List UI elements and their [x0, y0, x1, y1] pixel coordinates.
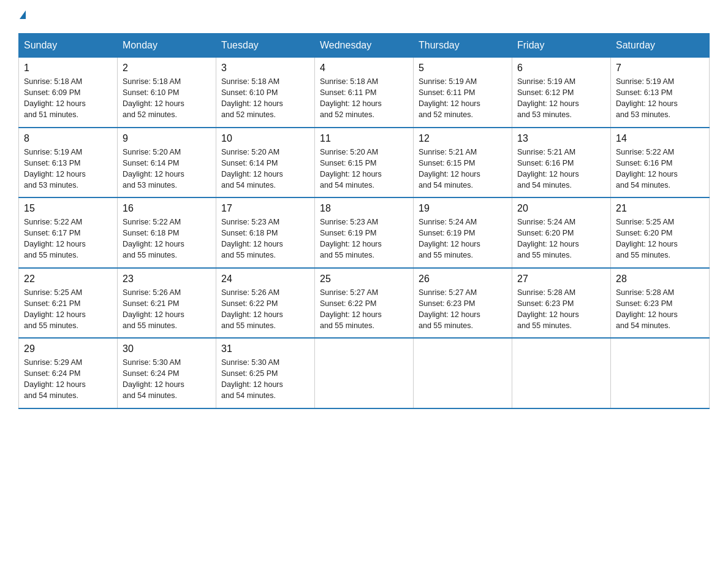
- day-number: 25: [320, 274, 408, 285]
- day-info: Sunrise: 5:25 AMSunset: 6:20 PMDaylight:…: [616, 216, 704, 261]
- week-row-4: 22Sunrise: 5:25 AMSunset: 6:21 PMDayligh…: [19, 268, 710, 339]
- calendar-cell: 4Sunrise: 5:18 AMSunset: 6:11 PMDaylight…: [315, 58, 414, 128]
- calendar-cell: 24Sunrise: 5:26 AMSunset: 6:22 PMDayligh…: [216, 268, 315, 339]
- day-info: Sunrise: 5:21 AMSunset: 6:15 PMDaylight:…: [419, 147, 507, 191]
- calendar-header-row: SundayMondayTuesdayWednesdayThursdayFrid…: [19, 34, 710, 58]
- header-tuesday: Tuesday: [216, 34, 315, 58]
- day-number: 22: [24, 274, 112, 285]
- logo-triangle-icon: [20, 10, 26, 19]
- calendar-cell: 16Sunrise: 5:22 AMSunset: 6:18 PMDayligh…: [118, 197, 216, 268]
- day-info: Sunrise: 5:20 AMSunset: 6:15 PMDaylight:…: [320, 147, 408, 191]
- week-row-3: 15Sunrise: 5:22 AMSunset: 6:17 PMDayligh…: [19, 197, 710, 268]
- day-info: Sunrise: 5:19 AMSunset: 6:11 PMDaylight:…: [419, 76, 507, 121]
- calendar-cell: 20Sunrise: 5:24 AMSunset: 6:20 PMDayligh…: [512, 197, 611, 268]
- day-number: 13: [517, 133, 605, 144]
- day-number: 19: [419, 203, 507, 214]
- day-info: Sunrise: 5:22 AMSunset: 6:16 PMDaylight:…: [616, 147, 704, 191]
- day-info: Sunrise: 5:18 AMSunset: 6:11 PMDaylight:…: [320, 76, 408, 121]
- logo: [18, 12, 26, 21]
- calendar-cell: 29Sunrise: 5:29 AMSunset: 6:24 PMDayligh…: [19, 338, 118, 408]
- day-info: Sunrise: 5:20 AMSunset: 6:14 PMDaylight:…: [123, 147, 211, 191]
- calendar-cell: 3Sunrise: 5:18 AMSunset: 6:10 PMDaylight…: [216, 58, 315, 128]
- calendar-cell: 27Sunrise: 5:28 AMSunset: 6:23 PMDayligh…: [512, 268, 611, 339]
- day-number: 23: [123, 274, 211, 285]
- header-monday: Monday: [118, 34, 216, 58]
- day-info: Sunrise: 5:26 AMSunset: 6:22 PMDaylight:…: [221, 287, 309, 332]
- day-number: 24: [221, 274, 309, 285]
- calendar-cell: 15Sunrise: 5:22 AMSunset: 6:17 PMDayligh…: [19, 197, 118, 268]
- header-saturday: Saturday: [611, 34, 710, 58]
- calendar-cell: 19Sunrise: 5:24 AMSunset: 6:19 PMDayligh…: [414, 197, 512, 268]
- week-row-2: 8Sunrise: 5:19 AMSunset: 6:13 PMDaylight…: [19, 128, 710, 198]
- calendar-cell: 12Sunrise: 5:21 AMSunset: 6:15 PMDayligh…: [414, 128, 512, 198]
- day-number: 28: [616, 274, 704, 285]
- week-row-5: 29Sunrise: 5:29 AMSunset: 6:24 PMDayligh…: [19, 338, 710, 408]
- day-number: 18: [320, 203, 408, 214]
- day-info: Sunrise: 5:22 AMSunset: 6:18 PMDaylight:…: [123, 216, 211, 261]
- day-info: Sunrise: 5:26 AMSunset: 6:21 PMDaylight:…: [123, 287, 211, 332]
- header-friday: Friday: [512, 34, 611, 58]
- day-info: Sunrise: 5:24 AMSunset: 6:19 PMDaylight:…: [419, 216, 507, 261]
- day-info: Sunrise: 5:21 AMSunset: 6:16 PMDaylight:…: [517, 147, 605, 191]
- day-number: 11: [320, 133, 408, 144]
- calendar-cell: 28Sunrise: 5:28 AMSunset: 6:23 PMDayligh…: [611, 268, 710, 339]
- day-number: 8: [24, 133, 112, 144]
- day-number: 14: [616, 133, 704, 144]
- day-info: Sunrise: 5:18 AMSunset: 6:10 PMDaylight:…: [221, 76, 309, 121]
- calendar-cell: 30Sunrise: 5:30 AMSunset: 6:24 PMDayligh…: [118, 338, 216, 408]
- day-number: 29: [24, 343, 112, 354]
- day-number: 21: [616, 203, 704, 214]
- calendar-cell: [611, 338, 710, 408]
- day-number: 1: [24, 63, 112, 74]
- calendar-cell: 7Sunrise: 5:19 AMSunset: 6:13 PMDaylight…: [611, 58, 710, 128]
- calendar-cell: 2Sunrise: 5:18 AMSunset: 6:10 PMDaylight…: [118, 58, 216, 128]
- header-wednesday: Wednesday: [315, 34, 414, 58]
- calendar-cell: 25Sunrise: 5:27 AMSunset: 6:22 PMDayligh…: [315, 268, 414, 339]
- calendar-cell: 13Sunrise: 5:21 AMSunset: 6:16 PMDayligh…: [512, 128, 611, 198]
- day-number: 12: [419, 133, 507, 144]
- day-number: 17: [221, 203, 309, 214]
- calendar-cell: 6Sunrise: 5:19 AMSunset: 6:12 PMDaylight…: [512, 58, 611, 128]
- calendar-cell: 10Sunrise: 5:20 AMSunset: 6:14 PMDayligh…: [216, 128, 315, 198]
- day-number: 9: [123, 133, 211, 144]
- day-info: Sunrise: 5:23 AMSunset: 6:19 PMDaylight:…: [320, 216, 408, 261]
- day-info: Sunrise: 5:30 AMSunset: 6:24 PMDaylight:…: [123, 357, 211, 402]
- day-info: Sunrise: 5:19 AMSunset: 6:13 PMDaylight:…: [616, 76, 704, 121]
- day-info: Sunrise: 5:22 AMSunset: 6:17 PMDaylight:…: [24, 216, 112, 261]
- header-sunday: Sunday: [19, 34, 118, 58]
- calendar-cell: 26Sunrise: 5:27 AMSunset: 6:23 PMDayligh…: [414, 268, 512, 339]
- day-number: 26: [419, 274, 507, 285]
- calendar-cell: 8Sunrise: 5:19 AMSunset: 6:13 PMDaylight…: [19, 128, 118, 198]
- calendar-cell: [315, 338, 414, 408]
- calendar-cell: 11Sunrise: 5:20 AMSunset: 6:15 PMDayligh…: [315, 128, 414, 198]
- day-number: 20: [517, 203, 605, 214]
- day-number: 5: [419, 63, 507, 74]
- day-info: Sunrise: 5:19 AMSunset: 6:12 PMDaylight:…: [517, 76, 605, 121]
- day-info: Sunrise: 5:20 AMSunset: 6:14 PMDaylight:…: [221, 147, 309, 191]
- calendar-cell: 21Sunrise: 5:25 AMSunset: 6:20 PMDayligh…: [611, 197, 710, 268]
- day-info: Sunrise: 5:18 AMSunset: 6:09 PMDaylight:…: [24, 76, 112, 121]
- day-number: 15: [24, 203, 112, 214]
- calendar-cell: 9Sunrise: 5:20 AMSunset: 6:14 PMDaylight…: [118, 128, 216, 198]
- calendar-cell: [512, 338, 611, 408]
- day-info: Sunrise: 5:18 AMSunset: 6:10 PMDaylight:…: [123, 76, 211, 121]
- day-info: Sunrise: 5:30 AMSunset: 6:25 PMDaylight:…: [221, 357, 309, 402]
- day-number: 6: [517, 63, 605, 74]
- day-number: 16: [123, 203, 211, 214]
- day-info: Sunrise: 5:19 AMSunset: 6:13 PMDaylight:…: [24, 147, 112, 191]
- day-number: 27: [517, 274, 605, 285]
- day-number: 31: [221, 343, 309, 354]
- calendar-table: SundayMondayTuesdayWednesdayThursdayFrid…: [18, 33, 710, 409]
- calendar-cell: 17Sunrise: 5:23 AMSunset: 6:18 PMDayligh…: [216, 197, 315, 268]
- day-info: Sunrise: 5:29 AMSunset: 6:24 PMDaylight:…: [24, 357, 112, 402]
- day-info: Sunrise: 5:24 AMSunset: 6:20 PMDaylight:…: [517, 216, 605, 261]
- calendar-cell: 31Sunrise: 5:30 AMSunset: 6:25 PMDayligh…: [216, 338, 315, 408]
- calendar-cell: 22Sunrise: 5:25 AMSunset: 6:21 PMDayligh…: [19, 268, 118, 339]
- calendar-cell: 14Sunrise: 5:22 AMSunset: 6:16 PMDayligh…: [611, 128, 710, 198]
- day-info: Sunrise: 5:27 AMSunset: 6:22 PMDaylight:…: [320, 287, 408, 332]
- week-row-1: 1Sunrise: 5:18 AMSunset: 6:09 PMDaylight…: [19, 58, 710, 128]
- day-number: 7: [616, 63, 704, 74]
- day-info: Sunrise: 5:23 AMSunset: 6:18 PMDaylight:…: [221, 216, 309, 261]
- day-info: Sunrise: 5:28 AMSunset: 6:23 PMDaylight:…: [517, 287, 605, 332]
- day-number: 2: [123, 63, 211, 74]
